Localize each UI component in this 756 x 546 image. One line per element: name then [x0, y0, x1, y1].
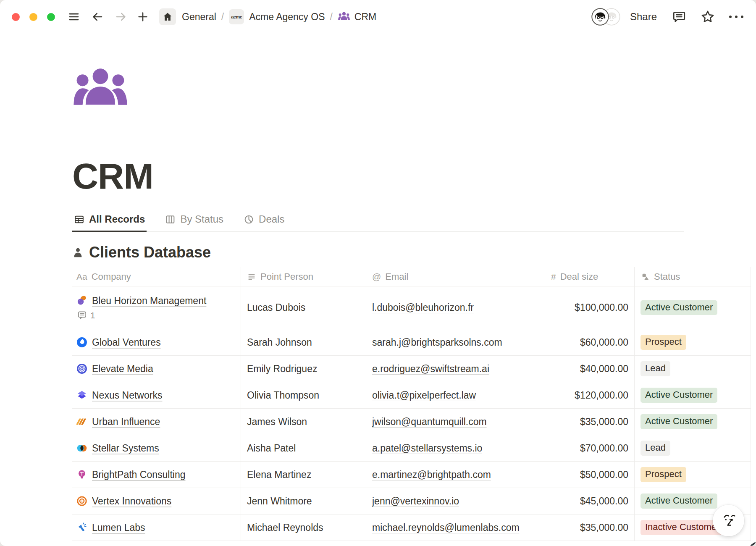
help-button-partial[interactable] [748, 541, 756, 546]
plus-icon[interactable] [136, 10, 149, 23]
share-button[interactable]: Share [630, 11, 657, 23]
company-link[interactable]: Global Ventures [92, 337, 161, 348]
company-link[interactable]: Stellar Systems [92, 443, 159, 454]
hamburger-icon[interactable] [68, 10, 80, 23]
email-cell[interactable]: a.patel@stellarsystems.io [366, 435, 545, 461]
database-title[interactable]: Clients Database [89, 244, 211, 261]
email-link[interactable]: jwilson@quantumquill.com [372, 416, 487, 428]
email-cell[interactable]: jwilson@quantumquill.com [366, 409, 545, 435]
breadcrumb-general[interactable]: General [182, 11, 216, 23]
ellipsis-icon[interactable] [729, 16, 743, 18]
status-cell[interactable]: Lead [635, 356, 751, 382]
point-person-cell[interactable]: Lucas Dubois [241, 286, 366, 329]
email-link[interactable]: michael.reynolds@lumenlabs.com [372, 522, 520, 533]
column-header-status[interactable]: Status [635, 267, 751, 286]
tab-by-status[interactable]: By Status [163, 210, 225, 232]
home-icon[interactable] [159, 8, 176, 25]
company-cell[interactable]: BrightPath Consulting [72, 462, 241, 488]
email-cell[interactable]: e.martinez@brightpath.com [366, 462, 545, 488]
company-cell[interactable]: Nexus Networks [72, 382, 241, 408]
email-link[interactable]: jenn@vertexinnov.io [372, 496, 459, 507]
tab-all-records[interactable]: All Records [72, 210, 147, 232]
status-cell[interactable]: Lead [635, 435, 751, 461]
breadcrumb-page[interactable]: CRM [338, 10, 376, 23]
point-person-cell[interactable]: Sarah Johnson [241, 329, 366, 355]
email-cell[interactable]: sarah.j@brightsparksolns.com [366, 329, 545, 355]
breadcrumb-workspace[interactable]: Acme Agency OS [249, 11, 325, 23]
company-cell[interactable]: Bleu Horizon Management1 [72, 286, 241, 329]
company-cell[interactable]: Urban Influence [72, 409, 241, 435]
column-header-email[interactable]: @ Email [366, 267, 545, 286]
deal-size-cell[interactable]: $50,000.00 [545, 462, 635, 488]
status-cell[interactable]: Active Customer [635, 286, 751, 329]
status-cell[interactable]: Prospect [635, 462, 751, 488]
forward-arrow-icon[interactable] [115, 10, 127, 23]
column-header-point-person[interactable]: Point Person [241, 267, 366, 286]
point-person-cell[interactable]: James Wilson [241, 409, 366, 435]
company-cell[interactable]: Lumen Labs [72, 514, 241, 541]
status-badge[interactable]: Lead [640, 441, 670, 456]
email-cell[interactable]: jenn@vertexinnov.io [366, 488, 545, 514]
company-cell[interactable]: Stellar Systems [72, 435, 241, 461]
point-person-cell[interactable]: Olivia Thompson [241, 382, 366, 408]
ai-assistant-button[interactable] [713, 505, 744, 536]
company-link[interactable]: Vertex Innovations [92, 496, 171, 507]
zoom-icon[interactable] [47, 13, 55, 21]
point-person-cell[interactable]: Jenn Whitmore [241, 488, 366, 514]
status-badge[interactable]: Lead [640, 361, 670, 376]
status-badge[interactable]: Prospect [640, 335, 686, 350]
column-header-deal-size[interactable]: # Deal size [545, 267, 635, 286]
point-person-cell[interactable]: Emily Rodriguez [241, 356, 366, 382]
deal-size-cell[interactable]: $100,000.00 [545, 286, 635, 329]
status-badge[interactable]: Prospect [640, 467, 686, 482]
column-header-company[interactable]: Aa Company [72, 267, 241, 286]
email-link[interactable]: e.martinez@brightpath.com [372, 469, 491, 480]
point-person-cell[interactable]: Aisha Patel [241, 435, 366, 461]
comment-count-badge[interactable]: 1 [76, 310, 95, 320]
company-link[interactable]: BrightPath Consulting [92, 469, 185, 480]
company-link[interactable]: Urban Influence [92, 416, 160, 428]
point-person-cell[interactable]: Michael Reynolds [241, 514, 366, 541]
collaborator-avatars[interactable] [591, 8, 622, 26]
status-badge[interactable]: Inactive Customer [640, 520, 724, 535]
deal-size-cell[interactable]: $45,000.00 [545, 488, 635, 514]
company-cell[interactable]: Vertex Innovations [72, 488, 241, 514]
status-badge[interactable]: Active Customer [640, 414, 717, 429]
page-title[interactable]: CRM [72, 158, 756, 194]
email-cell[interactable]: l.dubois@bleuhorizon.fr [366, 286, 545, 329]
status-badge[interactable]: Active Customer [640, 494, 717, 509]
back-arrow-icon[interactable] [91, 10, 104, 23]
email-link[interactable]: sarah.j@brightsparksolns.com [372, 337, 502, 348]
email-cell[interactable]: michael.reynolds@lumenlabs.com [366, 514, 545, 541]
minimize-icon[interactable] [29, 13, 37, 21]
point-person-cell[interactable]: Elena Martinez [241, 462, 366, 488]
email-link[interactable]: olivia.t@pixelperfect.law [372, 390, 476, 401]
company-cell[interactable]: Elevate Media [72, 356, 241, 382]
close-icon[interactable] [12, 13, 20, 21]
deal-size-cell[interactable]: $35,000.00 [545, 409, 635, 435]
star-icon[interactable] [701, 10, 715, 24]
deal-size-cell[interactable]: $40,000.00 [545, 356, 635, 382]
email-cell[interactable]: olivia.t@pixelperfect.law [366, 382, 545, 408]
deal-size-cell[interactable]: $35,000.00 [545, 514, 635, 541]
company-link[interactable]: Lumen Labs [92, 522, 145, 533]
status-cell[interactable]: Prospect [635, 329, 751, 355]
company-link[interactable]: Elevate Media [92, 363, 153, 375]
workspace-badge-icon[interactable]: acme [229, 9, 244, 24]
company-cell[interactable]: Global Ventures [72, 329, 241, 355]
email-link[interactable]: a.patel@stellarsystems.io [372, 443, 482, 454]
status-cell[interactable]: Active Customer [635, 409, 751, 435]
tab-deals[interactable]: Deals [242, 210, 286, 232]
company-link[interactable]: Bleu Horizon Management [92, 295, 206, 307]
deal-size-cell[interactable]: $70,000.00 [545, 435, 635, 461]
company-link[interactable]: Nexus Networks [92, 390, 162, 401]
page-icon-people-group[interactable] [72, 63, 129, 116]
deal-size-cell[interactable]: $60,000.00 [545, 329, 635, 355]
status-cell[interactable]: Active Customer [635, 382, 751, 408]
comment-icon[interactable] [672, 10, 686, 24]
status-badge[interactable]: Active Customer [640, 300, 717, 315]
email-link[interactable]: e.rodriguez@swiftstream.ai [372, 363, 489, 375]
status-badge[interactable]: Active Customer [640, 388, 717, 403]
deal-size-cell[interactable]: $120,000.00 [545, 382, 635, 408]
email-link[interactable]: l.dubois@bleuhorizon.fr [372, 302, 474, 313]
